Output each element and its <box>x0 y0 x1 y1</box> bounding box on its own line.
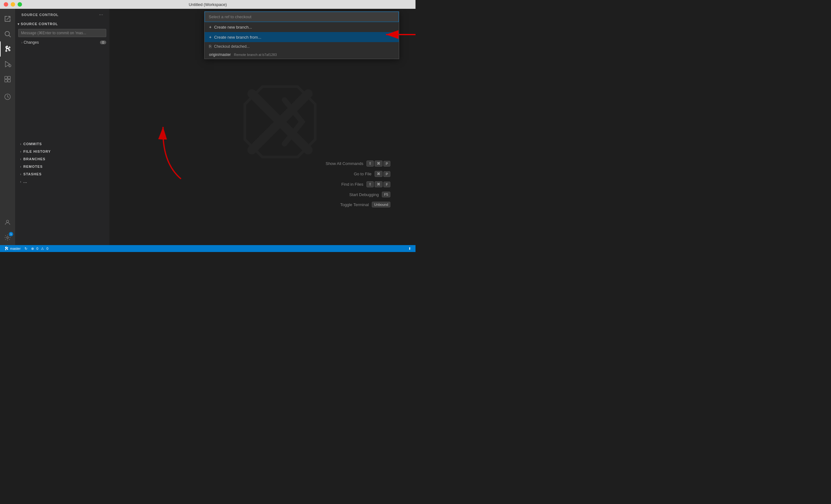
toggle-terminal-label: Toggle Terminal <box>340 202 369 207</box>
sidebar-item-timeline[interactable] <box>0 89 15 104</box>
go-to-file-row: Go to File ⌘ P <box>325 171 390 177</box>
window-controls <box>4 2 22 7</box>
origin-master-item[interactable]: origin/master Remote branch at b7af1283 <box>205 51 399 59</box>
sidebar-spacer <box>15 46 109 140</box>
plus-icon-1: + <box>209 25 211 30</box>
sidebar-menu-button[interactable]: ··· <box>99 12 103 18</box>
sidebar-item-search[interactable] <box>0 26 15 41</box>
ref-search-input[interactable] <box>205 11 399 22</box>
show-all-commands-keys: ⇧ ⌘ P <box>367 160 390 167</box>
svg-rect-8 <box>5 80 7 82</box>
commits-section[interactable]: › COMMITS <box>15 140 109 148</box>
settings-badge: 1 <box>9 232 13 236</box>
detached-icon: ⎘ <box>209 44 211 49</box>
changes-label: Changes <box>24 40 39 45</box>
file-history-label: FILE HISTORY <box>23 150 51 153</box>
git-branch-icon <box>4 246 9 251</box>
find-in-files-keys: ⇧ ⌘ F <box>367 181 390 187</box>
commits-arrow: › <box>20 142 21 146</box>
origin-master-name: origin/master <box>209 53 231 57</box>
error-warning-status[interactable]: ⊗ 0 ⚠ 0 <box>29 247 50 251</box>
svg-point-5 <box>10 66 10 66</box>
key-f: F <box>383 182 390 187</box>
sync-icon: ↻ <box>25 247 27 251</box>
shortcuts-panel: Show All Commands ⇧ ⌘ P Go to File ⌘ P F… <box>325 160 390 207</box>
sidebar-header: SOURCE CONTROL ··· <box>15 9 109 21</box>
close-button[interactable] <box>4 2 8 7</box>
status-bar: master ↻ ⊗ 0 ⚠ 0 ⬆ <box>0 245 416 252</box>
remotes-section[interactable]: › REMOTES <box>15 163 109 170</box>
svg-rect-7 <box>8 76 10 79</box>
file-history-section[interactable]: › FILE HISTORY <box>15 148 109 155</box>
key-shift2: ⇧ <box>367 181 374 187</box>
main-layout: 1 SOURCE CONTROL ··· ▾ SOURCE CONTROL › … <box>0 9 416 245</box>
stashes-arrow: › <box>20 173 21 176</box>
create-branch-label: Create new branch... <box>214 25 252 30</box>
minimize-button[interactable] <box>11 2 15 7</box>
key-p2: P <box>383 171 390 177</box>
stashes-label: STASHES <box>23 172 41 176</box>
sync-status[interactable]: ↻ <box>23 247 29 251</box>
remotes-label: REMOTES <box>23 165 42 169</box>
account-icon[interactable] <box>0 215 15 230</box>
warning-count: 0 <box>47 247 49 250</box>
publish-icon: ⬆ <box>408 247 411 251</box>
start-debugging-keys: F5 <box>382 192 390 197</box>
sidebar-item-source-control[interactable] <box>0 41 15 57</box>
create-new-branch-from-item[interactable]: + Create new branch from... <box>205 32 399 42</box>
key-cmd3: ⌘ <box>375 181 382 187</box>
settings-icon[interactable]: 1 <box>0 230 15 245</box>
sidebar-item-explorer[interactable] <box>0 11 15 26</box>
toggle-terminal-row: Toggle Terminal Unbound <box>325 202 390 207</box>
svg-rect-9 <box>8 80 10 82</box>
changes-row[interactable]: › Changes 0 <box>15 39 109 46</box>
svg-rect-6 <box>5 76 7 79</box>
show-all-commands-row: Show All Commands ⇧ ⌘ P <box>325 160 390 167</box>
branch-name: master <box>10 247 21 250</box>
status-right: ⬆ <box>406 247 413 251</box>
editor-area: Show All Commands ⇧ ⌘ P Go to File ⌘ P F… <box>109 9 416 245</box>
maximize-button[interactable] <box>18 2 22 7</box>
commit-input-wrapper <box>15 27 109 39</box>
commits-label: COMMITS <box>23 142 42 146</box>
checkout-detached-item[interactable]: ⎘ Checkout detached... <box>205 42 399 51</box>
error-icon: ⊗ <box>31 247 34 251</box>
sidebar-content: ▾ SOURCE CONTROL › Changes 0 › COMMITS <box>15 21 109 245</box>
branches-arrow: › <box>20 157 21 161</box>
more-section[interactable]: › ... <box>15 178 109 185</box>
create-branch-from-label: Create new branch from... <box>214 35 261 39</box>
more-arrow: › <box>20 180 21 183</box>
titlebar: Untitled (Workspace) <box>0 0 416 9</box>
svg-point-12 <box>7 237 8 238</box>
file-history-arrow: › <box>20 150 21 153</box>
branch-status[interactable]: master <box>2 246 23 251</box>
publish-status[interactable]: ⬆ <box>406 247 413 251</box>
create-new-branch-item[interactable]: + Create new branch... <box>205 22 399 32</box>
svg-marker-2 <box>5 61 10 67</box>
bottom-arrow-annotation <box>138 117 206 183</box>
sidebar-item-extensions[interactable] <box>0 72 15 87</box>
activity-bottom: 1 <box>0 215 15 245</box>
sidebar: SOURCE CONTROL ··· ▾ SOURCE CONTROL › Ch… <box>15 9 109 245</box>
key-cmd2: ⌘ <box>375 171 382 177</box>
source-control-section-header[interactable]: ▾ SOURCE CONTROL <box>15 21 109 27</box>
sidebar-bottom-sections: › COMMITS › FILE HISTORY › BRANCHES › RE… <box>15 140 109 185</box>
plus-icon-2: + <box>209 35 211 39</box>
svg-line-1 <box>9 35 11 37</box>
sc-section-title: SOURCE CONTROL <box>21 22 58 26</box>
error-count: 0 <box>36 247 38 250</box>
start-debugging-row: Start Debugging F5 <box>325 192 390 197</box>
go-to-file-label: Go to File <box>354 172 372 176</box>
stashes-section[interactable]: › STASHES <box>15 170 109 178</box>
find-in-files-row: Find in Files ⇧ ⌘ F <box>325 181 390 187</box>
sidebar-item-run[interactable] <box>0 57 15 72</box>
key-unbound: Unbound <box>372 202 390 207</box>
remotes-arrow: › <box>20 165 21 169</box>
go-to-file-keys: ⌘ P <box>375 171 390 177</box>
start-debugging-label: Start Debugging <box>349 192 379 197</box>
checkout-detached-label: Checkout detached... <box>214 44 250 49</box>
branches-section[interactable]: › BRANCHES <box>15 155 109 163</box>
commit-message-input[interactable] <box>18 29 106 37</box>
key-shift: ⇧ <box>367 160 374 167</box>
sidebar-title: SOURCE CONTROL <box>21 13 59 17</box>
